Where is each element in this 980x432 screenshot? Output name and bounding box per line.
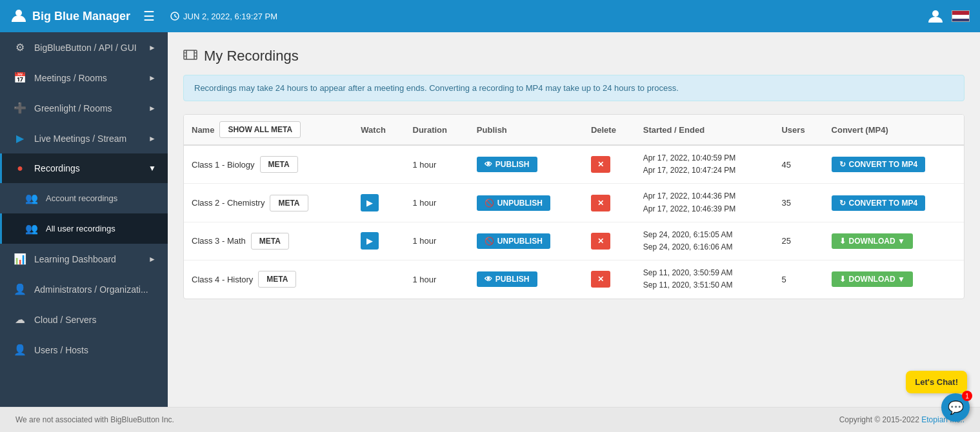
sidebar-item-bigbluebutton[interactable]: ⚙ BigBlueButton / API / GUI ► (0, 32, 168, 63)
sidebar-item-label: BigBlueButton / API / GUI (34, 43, 137, 53)
sidebar-item-administrators[interactable]: 👤 Administrators / Organizati... (0, 274, 168, 304)
recording-name: Class 4 - History (192, 275, 253, 284)
sidebar-item-live-meetings[interactable]: ▶ Live Meetings / Stream ► (0, 123, 168, 153)
topnav-right (927, 8, 970, 25)
chevron-down-icon: ▼ (148, 164, 156, 173)
download-button[interactable]: ⬇ DOWNLOAD ▼ (832, 233, 913, 249)
recording-publish-cell: 🚫 UNPUBLISH (469, 222, 583, 260)
show-all-meta-button[interactable]: SHOW ALL META (219, 121, 301, 138)
info-banner: Recordings may take 24 hours to appear a… (183, 75, 965, 101)
recording-name-cell: Class 3 - Math META (184, 222, 353, 260)
col-duration: Duration (405, 115, 469, 145)
sidebar-item-meetings-rooms[interactable]: 📅 Meetings / Rooms ► (0, 63, 168, 93)
chat-bubble-button[interactable]: 💬 1 (941, 393, 970, 422)
refresh-icon: ↻ (839, 160, 846, 169)
admin-icon: 👤 (14, 283, 26, 295)
recording-duration-cell: 1 hour (405, 222, 469, 260)
delete-button[interactable]: ✕ (591, 271, 610, 288)
recording-convert-cell: ↻ CONVERT TO MP4 (824, 145, 964, 184)
svg-line-3 (175, 16, 177, 17)
recording-watch-cell: ▶ (353, 222, 405, 260)
recording-convert-cell: ↻ CONVERT TO MP4 (824, 184, 964, 222)
publish-button[interactable]: 👁 PUBLISH (477, 271, 537, 287)
recording-users-cell: 45 (774, 145, 823, 184)
meta-button[interactable]: META (251, 233, 289, 250)
x-icon: ✕ (597, 275, 604, 284)
recording-started: Apr 17, 2022, 10:44:36 PM (643, 190, 766, 202)
chat-badge: 1 (962, 391, 972, 401)
unpublish-button[interactable]: 🚫 UNPUBLISH (477, 195, 550, 211)
sidebar-item-learning-dashboard[interactable]: 📊 Learning Dashboard ► (0, 244, 168, 274)
delete-button[interactable]: ✕ (591, 195, 610, 211)
col-started-ended: Started / Ended (635, 115, 774, 145)
info-message: Recordings may take 24 hours to appear a… (194, 83, 679, 93)
hamburger-icon[interactable]: ☰ (143, 8, 155, 24)
download-button[interactable]: ⬇ DOWNLOAD ▼ (832, 271, 913, 287)
sidebar-item-all-user-recordings[interactable]: 👥 All user recordings (0, 213, 168, 244)
table-row: Class 4 - History META 1 hour 👁 PUBLISH … (184, 260, 964, 299)
convert-mp4-button[interactable]: ↻ CONVERT TO MP4 (832, 195, 925, 211)
svg-point-0 (15, 10, 22, 16)
footer: We are not associated with BigBlueButton… (0, 407, 980, 432)
convert-mp4-button[interactable]: ↻ CONVERT TO MP4 (832, 157, 925, 172)
brand-label: Big Blue Manager (32, 10, 130, 23)
watch-button[interactable]: ▶ (361, 232, 379, 250)
meta-button[interactable]: META (260, 156, 298, 173)
recording-duration-cell: 1 hour (405, 260, 469, 299)
lets-chat-button[interactable]: Let's Chat! (906, 371, 967, 393)
recordings-title-icon (183, 49, 197, 64)
sidebar-item-users-hosts[interactable]: 👤 Users / Hosts (0, 335, 168, 365)
svg-point-4 (932, 10, 939, 17)
recording-name: Class 1 - Biology (192, 160, 255, 170)
sidebar-item-label: Recordings (34, 163, 80, 173)
sidebar-item-cloud-servers[interactable]: ☁ Cloud / Servers (0, 304, 168, 335)
recording-watch-cell (353, 260, 405, 299)
recording-dates-cell: Sep 24, 2020, 6:15:05 AM Sep 24, 2020, 6… (635, 222, 774, 260)
recording-publish-cell: 👁 PUBLISH (469, 260, 583, 299)
sidebar-item-label: Administrators / Organizati... (34, 284, 148, 295)
delete-button[interactable]: ✕ (591, 233, 610, 250)
recording-watch-cell (353, 145, 405, 184)
eye-slash-icon: 🚫 (485, 199, 494, 208)
recording-users-cell: 25 (774, 222, 823, 260)
recording-dates-cell: Apr 17, 2022, 10:40:59 PM Apr 17, 2022, … (635, 145, 774, 184)
sidebar: ⚙ BigBlueButton / API / GUI ► 📅 Meetings… (0, 32, 168, 407)
x-icon: ✕ (597, 160, 604, 169)
publish-button[interactable]: 👁 PUBLISH (477, 157, 537, 172)
meta-button[interactable]: META (258, 271, 296, 288)
recording-delete-cell: ✕ (583, 145, 635, 184)
footer-left: We are not associated with BigBlueButton… (15, 415, 174, 424)
recording-users-cell: 35 (774, 184, 823, 222)
users-icon: 👥 (25, 192, 38, 204)
col-users: Users (774, 115, 823, 145)
calendar-icon: 📅 (14, 72, 26, 84)
datetime: JUN 2, 2022, 6:19:27 PM (170, 12, 277, 21)
col-convert: Convert (MP4) (824, 115, 964, 145)
sidebar-item-account-recordings[interactable]: 👥 Account recordings (0, 183, 168, 213)
sidebar-item-recordings[interactable]: ● Recordings ▼ (0, 153, 168, 183)
chart-icon: 📊 (14, 253, 26, 265)
chevron-right-icon: ► (148, 43, 156, 52)
table-row: Class 2 - Chemistry META ▶1 hour 🚫 UNPUB… (184, 184, 964, 222)
sidebar-item-greenlight[interactable]: ➕ Greenlight / Rooms ► (0, 93, 168, 123)
chevron-right-icon: ► (148, 74, 156, 83)
sidebar-item-label: Learning Dashboard (34, 254, 116, 264)
record-icon: ● (14, 162, 26, 174)
sidebar-item-label: Live Meetings / Stream (34, 133, 126, 144)
unpublish-button[interactable]: 🚫 UNPUBLISH (477, 233, 550, 249)
recording-started: Sep 24, 2020, 6:15:05 AM (643, 229, 766, 241)
recording-ended: Apr 17, 2022, 10:47:24 PM (643, 164, 766, 177)
user-avatar-icon[interactable] (927, 8, 944, 25)
recording-delete-cell: ✕ (583, 260, 635, 299)
recording-users-cell: 5 (774, 260, 823, 299)
page-title-text: My Recordings (204, 48, 299, 64)
recording-dates-cell: Apr 17, 2022, 10:44:36 PM Apr 17, 2022, … (635, 184, 774, 222)
chevron-right-icon: ► (148, 104, 156, 113)
plus-circle-icon: ➕ (14, 102, 26, 114)
col-watch: Watch (353, 115, 405, 145)
watch-button[interactable]: ▶ (361, 194, 379, 211)
meta-button[interactable]: META (270, 195, 308, 211)
clock-icon (170, 12, 179, 21)
flag-icon (952, 10, 970, 22)
delete-button[interactable]: ✕ (591, 156, 610, 173)
